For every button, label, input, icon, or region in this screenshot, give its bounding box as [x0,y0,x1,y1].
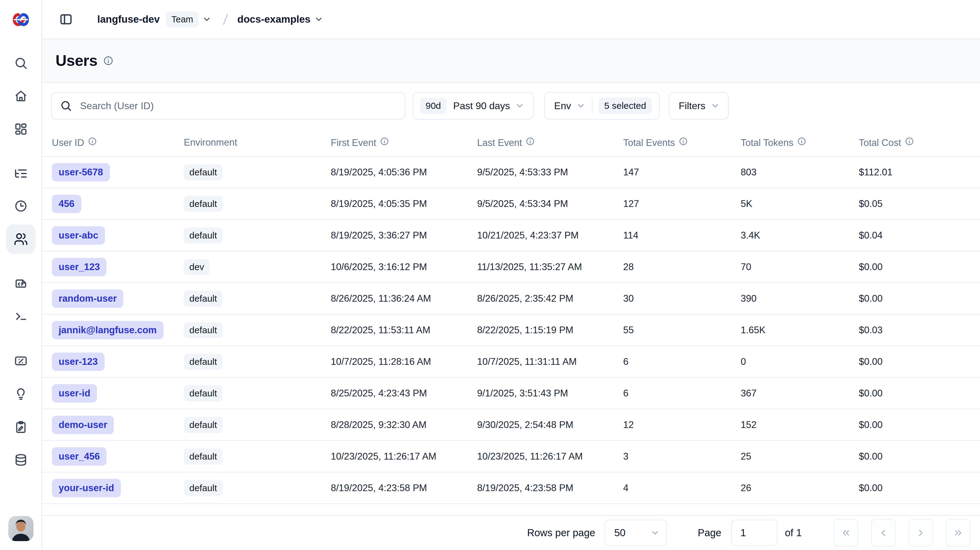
user-id-pill[interactable]: 456 [52,195,81,213]
sidebar-item-datasets[interactable] [6,445,36,475]
app-window: langfuse-dev Team docs-examples Users [0,0,980,550]
search-icon [60,100,72,112]
last-page-button[interactable] [946,519,970,547]
sidebar-item-users[interactable] [6,224,36,254]
info-icon[interactable] [797,137,807,146]
user-id-pill[interactable]: random-user [52,289,123,308]
table-row[interactable]: 456 default 8/19/2025, 4:05:35 PM 9/5/20… [42,188,980,220]
last-event-cell: 8/19/2025, 4:23:58 PM [477,472,623,504]
first-event-cell: 8/22/2025, 11:53:11 AM [331,314,477,346]
sidebar-item-evaluators[interactable] [6,412,36,442]
avatar-image [8,516,33,541]
rows-per-page-select[interactable]: 50 [605,520,667,546]
sidebar-item-prompts[interactable] [6,269,36,298]
sessions-icon [14,199,28,213]
environment-filter-button[interactable]: Env 5 selected [544,92,660,120]
table-row[interactable]: user-abc default 8/19/2025, 3:36:27 PM 1… [42,220,980,251]
langfuse-logo-icon [11,11,31,28]
info-icon[interactable] [380,137,389,146]
table-row[interactable]: random-user default 8/26/2025, 11:36:24 … [42,283,980,314]
table-row[interactable]: user-5678 default 8/19/2025, 4:05:36 PM … [42,156,980,188]
user-id-cell: demo-user [42,409,184,441]
environment-badge: default [184,164,223,180]
langfuse-logo[interactable] [0,9,41,30]
total-cost-cell: $0.00 [859,377,980,409]
info-icon[interactable] [88,137,97,146]
total-events-cell: 6 [623,346,741,377]
table-row[interactable]: your-user-id default 8/19/2025, 4:23:58 … [42,472,980,504]
page-title: Users [56,52,97,70]
table-row[interactable]: jannik@langfuse.com default 8/22/2025, 1… [42,314,980,346]
page-number-input[interactable] [731,520,778,546]
info-icon[interactable] [526,137,535,146]
slash-icon [220,11,232,28]
total-tokens-cell: 26 [741,472,859,504]
user-id-pill[interactable]: user_456 [52,447,107,466]
search-icon [14,56,28,70]
user-id-pill[interactable]: your-user-id [52,479,121,497]
column-header-total-events[interactable]: Total Events [623,129,741,156]
user-id-pill[interactable]: user-123 [52,353,105,371]
user-id-pill[interactable]: user-abc [52,226,105,245]
user-avatar[interactable] [8,516,33,541]
pagination-buttons [834,519,970,547]
user-id-cell: user-abc [42,220,184,251]
user-id-pill[interactable]: user_123 [52,258,107,276]
chevron-down-icon [710,101,720,111]
user-id-pill[interactable]: jannik@langfuse.com [52,321,164,339]
env-label: Env [554,100,571,112]
sidebar-item-search[interactable] [6,48,36,78]
last-event-cell: 8/22/2025, 1:15:19 PM [477,314,623,346]
total-tokens-cell: 3.4K [741,220,859,251]
sidebar-toggle-button[interactable] [57,11,75,28]
environment-badge: default [184,385,223,401]
environment-cell: default [184,220,331,251]
org-switcher-button[interactable] [202,15,212,24]
user-id-pill[interactable]: user-5678 [52,163,110,181]
sidebar-item-playground[interactable] [6,302,36,331]
column-header-user-id[interactable]: User ID [42,129,184,156]
page-info-icon[interactable] [103,55,113,66]
column-header-last-event[interactable]: Last Event [477,129,623,156]
scores-icon [14,354,28,368]
column-header-environment[interactable]: Environment [184,129,331,156]
column-header-total-tokens[interactable]: Total Tokens [741,129,859,156]
next-page-button[interactable] [908,519,933,547]
project-name[interactable]: docs-examples [237,13,310,25]
user-id-cell: your-user-id [42,472,184,504]
page-count-label: of 1 [785,527,802,539]
first-page-button[interactable] [834,519,858,547]
project-switcher-button[interactable] [314,15,323,24]
sidebar-item-tracing[interactable] [6,159,36,188]
sidebar-item-sessions[interactable] [6,191,36,221]
user-id-pill[interactable]: user-id [52,384,97,403]
sidebar-item-dashboards[interactable] [6,114,36,144]
environment-badge: default [184,354,223,370]
sidebar-item-scores[interactable] [6,346,36,376]
previous-page-button[interactable] [871,519,896,547]
table-row[interactable]: user-123 default 10/7/2025, 11:28:16 AM … [42,346,980,377]
date-range-button[interactable]: 90d Past 90 days [413,92,534,120]
first-event-cell: 8/25/2025, 4:23:43 PM [331,377,477,409]
table-row[interactable]: demo-user default 8/28/2025, 9:32:30 AM … [42,409,980,441]
table-row[interactable]: user_123 dev 10/6/2025, 3:16:12 PM 11/13… [42,251,980,283]
filters-button[interactable]: Filters [669,92,729,120]
search-input[interactable] [51,92,405,120]
sidebar-item-annotations[interactable] [6,379,36,409]
table-row[interactable]: user_456 default 10/23/2025, 11:26:17 AM… [42,441,980,472]
environment-cell: default [184,188,331,220]
column-header-first-event[interactable]: First Event [331,129,477,156]
info-icon[interactable] [905,137,914,146]
last-event-cell: 8/26/2025, 2:35:42 PM [477,283,623,314]
table-row[interactable]: user-id default 8/25/2025, 4:23:43 PM 9/… [42,377,980,409]
total-tokens-cell: 1.65K [741,314,859,346]
org-name[interactable]: langfuse-dev [97,13,160,25]
users-icon [14,232,28,246]
datasets-icon [14,453,28,467]
total-cost-cell: $0.04 [859,220,980,251]
info-icon[interactable] [679,137,688,146]
total-cost-cell: $0.00 [859,283,980,314]
user-id-pill[interactable]: demo-user [52,416,114,434]
column-header-total-cost[interactable]: Total Cost [859,129,980,156]
sidebar-item-home[interactable] [6,81,36,111]
